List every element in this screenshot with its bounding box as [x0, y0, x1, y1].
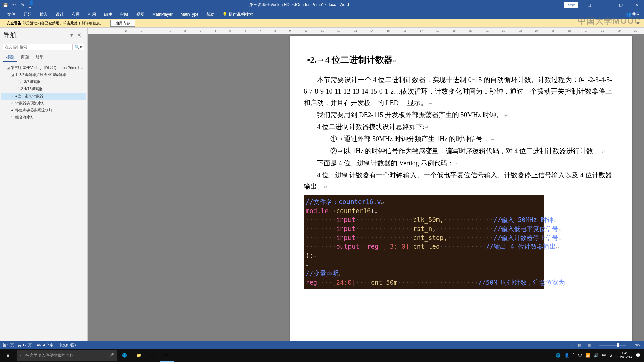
nav-tab-headings[interactable]: 标题 — [3, 53, 17, 62]
zoom-level[interactable]: 170% — [632, 343, 641, 347]
enable-content-button[interactable]: 启用内容 — [110, 20, 135, 27]
doc-para: 4 位二进制计数器模块设计思路如下:↵ — [304, 121, 612, 132]
cortana-icon: ○ — [20, 353, 22, 358]
nav-tree: ◢第三讲 基于Verilog HDL和Quartus Prime17.1 的..… — [0, 62, 87, 341]
text-caret — [610, 160, 610, 167]
menu-layout[interactable]: 布局 — [68, 10, 84, 19]
task-browser-icon[interactable]: 🌐 — [117, 349, 131, 362]
ribbon-options-icon[interactable]: ▢ — [582, 0, 597, 10]
redo-icon[interactable]: ↻ — [20, 2, 25, 8]
titlebar: 💾 ↶ ↻ 👤▾ 第三讲 基于Verilog HDL和Quartus Prime… — [0, 0, 644, 10]
window-title: 第三讲 基于Verilog HDL和Quartus Prime17.docx -… — [34, 2, 564, 8]
menu-view[interactable]: 视图 — [132, 10, 148, 19]
tree-item-selected[interactable]: 2. 4位二进制计数器 — [1, 93, 86, 100]
status-lang[interactable]: 中文(中国) — [59, 343, 76, 348]
view-read-icon[interactable]: ▭ — [567, 342, 574, 348]
tree-item[interactable]: 1.2 4/16译码器 — [1, 85, 86, 93]
tree-item[interactable]: 4. 移位寄存器实现流水灯 — [1, 107, 86, 114]
code-block: //文件名：counter16.v↵ module ·counter16(↵ ·… — [304, 195, 544, 289]
view-print-icon[interactable]: ▤ — [576, 342, 583, 348]
zoom-in-icon[interactable]: + — [628, 343, 630, 347]
nav-dropdown-icon[interactable]: ▾ — [68, 32, 75, 38]
nav-tab-pages[interactable]: 页面 — [17, 53, 32, 62]
tray-notification-icon[interactable]: 💬 — [636, 353, 641, 358]
doc-para: ①→通过外部 50MHz 时钟分频产生 1Hz 的时钟信号； ↵ — [304, 133, 612, 144]
doc-heading: ▪2.→4 位二进制计数器↵ — [307, 53, 612, 67]
menu-mailings[interactable]: 邮件 — [100, 10, 116, 19]
warning-text[interactable]: 部分活动内容已被禁用。单击此处了解详细信息。 — [22, 21, 104, 26]
mic-icon[interactable]: 🎤 — [109, 353, 114, 358]
taskbar: ⊞ ○ 在这里输入你要搜索的内容 🎤 🌐 📁 ◎ W 🌐 👤 ˄ 🛡 📶 🔊 中… — [0, 349, 644, 362]
tree-root[interactable]: ◢第三讲 基于Verilog HDL和Quartus Prime17.1 的..… — [1, 64, 86, 71]
nav-title: 导航 — [3, 31, 68, 40]
doc-para: 本节需要设计一个 4 位二进制计数器，实现十进制 0~15 的自动循环计数。计数… — [304, 74, 612, 108]
task-word-icon[interactable]: W — [160, 349, 174, 362]
document-page[interactable]: ▪2.→4 位二进制计数器↵ 本节需要设计一个 4 位二进制计数器，实现十进制 … — [290, 36, 632, 341]
menu-design[interactable]: 设计 — [52, 10, 68, 19]
statusbar: 第 5 页，共 12 页 4614 个字 中文(中国) ▭ ▤ ▦ − + 17… — [0, 341, 644, 349]
zoom-out-icon[interactable]: − — [595, 343, 597, 347]
tree-item[interactable]: 5. 组合流水灯 — [1, 114, 86, 121]
tree-item[interactable]: 3. 计数器实现流水灯 — [1, 100, 86, 107]
tray-sogou-icon[interactable]: S — [609, 353, 612, 358]
menu-references[interactable]: 引用 — [84, 10, 100, 19]
security-warning-bar: ! 安全警告 部分活动内容已被禁用。单击此处了解详细信息。 启用内容 中国大学M… — [0, 19, 644, 28]
nav-search-input[interactable] — [3, 44, 72, 50]
tray-defender-icon[interactable]: 🛡 — [578, 353, 582, 358]
warning-icon: ! — [3, 21, 5, 25]
tree-item[interactable]: 1.1 3/8译码器 — [1, 78, 86, 85]
nav-close-icon[interactable]: ✕ — [75, 32, 84, 38]
doc-para: 我们需要用到 DE2-115 开发板外部振荡器产生的 50MHz 时钟。 ↵ — [304, 109, 612, 120]
task-app-icon[interactable]: ◎ — [146, 349, 160, 362]
nav-search[interactable]: 🔍▾ — [3, 44, 84, 50]
menu-file[interactable]: 文件 — [3, 10, 19, 19]
view-web-icon[interactable]: ▦ — [585, 342, 593, 348]
status-words[interactable]: 4614 个字 — [37, 343, 54, 348]
start-button[interactable]: ⊞ — [0, 349, 16, 362]
minimize-icon[interactable]: — — [597, 0, 612, 10]
login-button[interactable]: 登录 — [564, 2, 578, 8]
save-icon[interactable]: 💾 — [3, 2, 8, 8]
search-icon[interactable]: 🔍▾ — [72, 44, 84, 50]
navigation-pane: 导航 ▾ ✕ 🔍▾ 标题 页面 结果 ◢第三讲 基于Verilog HDL和Qu… — [0, 28, 87, 341]
doc-para: 4 位二进制计数器有一个时钟输入、一个低电平复位信号输入、计数器停止信号输入以及… — [304, 169, 612, 192]
tray-network-icon[interactable]: 📶 — [585, 353, 590, 358]
taskbar-search[interactable]: ○ 在这里输入你要搜索的内容 🎤 — [17, 350, 117, 361]
menu-mathtype[interactable]: MathType — [177, 10, 203, 18]
status-page[interactable]: 第 5 页，共 12 页 — [3, 343, 32, 348]
vertical-ruler — [87, 28, 88, 341]
tray-volume-icon[interactable]: 🔊 — [594, 353, 599, 358]
close-icon[interactable]: ✕ — [629, 0, 644, 10]
tray-people-icon[interactable]: 👤 — [564, 353, 569, 358]
doc-para: 下面是 4 位二进制计数器的 Verilog 示例代码： ↵ — [304, 157, 612, 169]
tree-item[interactable]: ◢1. 3/8译码器扩展成 4/16译码器 — [1, 71, 86, 78]
zoom-slider[interactable] — [599, 345, 626, 346]
task-explorer-icon[interactable]: 📁 — [131, 349, 146, 362]
tray-chevron-icon[interactable]: ˄ — [573, 353, 575, 358]
warning-label: 安全警告 — [7, 21, 21, 26]
tray-clock[interactable]: 11:49 2019/12/14 — [615, 351, 632, 359]
menu-review[interactable]: 审阅 — [116, 10, 132, 19]
tray-icon[interactable]: 🌐 — [556, 353, 561, 358]
menu-help[interactable]: 帮助 — [202, 10, 218, 19]
doc-para: ②→以 1Hz 的时钟信号作为敏感变量，编写时序逻辑代码，对 4 位二进制计数器… — [304, 145, 612, 157]
maximize-icon[interactable]: ▢ — [613, 0, 628, 10]
menu-tellme[interactable]: 💡 操作说明搜索 — [218, 10, 257, 19]
nav-tab-results[interactable]: 结果 — [32, 53, 47, 62]
menubar: 文件 开始 插入 设计 布局 引用 邮件 审阅 视图 MathPlayer Ma… — [0, 10, 644, 19]
horizontal-ruler: ··2·1···1·2·3·4·5·6·7·8·9·10·11·12·13·14… — [88, 28, 644, 34]
menu-home[interactable]: 开始 — [19, 10, 36, 19]
undo-icon[interactable]: ↶ — [11, 2, 17, 8]
tray-ime-icon[interactable]: 中 — [602, 353, 606, 358]
brand-watermark: 中国大学MOOC — [578, 16, 641, 26]
menu-mathplayer[interactable]: MathPlayer — [148, 10, 177, 18]
menu-insert[interactable]: 插入 — [36, 10, 52, 19]
qat-user-icon[interactable]: 👤▾ — [29, 2, 34, 8]
